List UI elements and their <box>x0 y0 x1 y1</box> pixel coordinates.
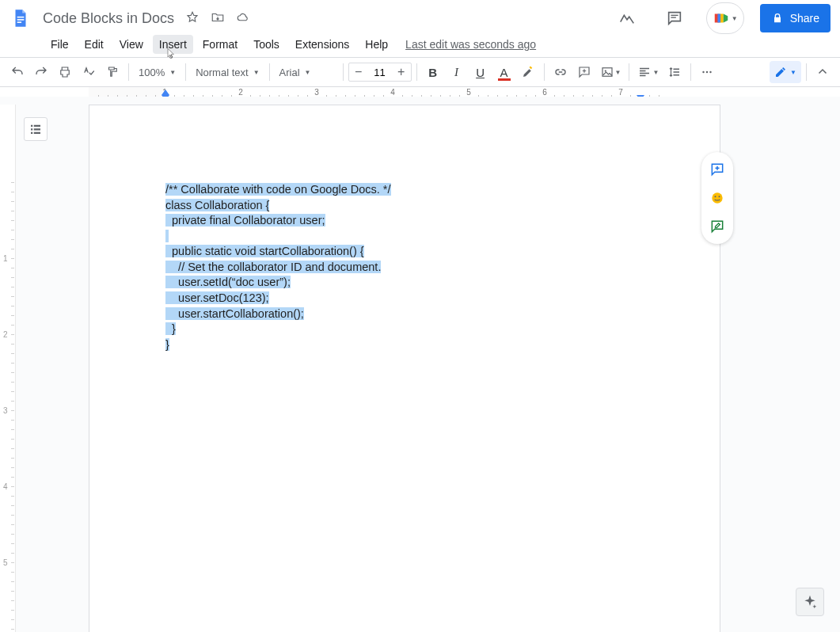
svg-rect-20 <box>34 132 40 134</box>
share-button[interactable]: Share <box>760 4 830 32</box>
ruler-number: 3 <box>314 88 319 97</box>
svg-marker-7 <box>723 14 728 23</box>
document-body[interactable]: /** Collaborate with code on Google Docs… <box>165 182 645 352</box>
font-value: Arial <box>279 67 300 78</box>
document-page[interactable]: /** Collaborate with code on Google Docs… <box>89 105 720 632</box>
doc-title[interactable]: Code Blocks in Docs <box>38 9 179 29</box>
zoom-select[interactable]: 100%▼ <box>134 61 181 83</box>
chevron-down-icon: ▼ <box>253 69 260 76</box>
svg-point-13 <box>706 71 708 73</box>
docs-logo[interactable] <box>10 4 32 32</box>
svg-point-12 <box>703 71 705 73</box>
bold-button[interactable]: B <box>422 61 444 83</box>
style-select[interactable]: Normal text▼ <box>191 61 264 83</box>
font-size-increase[interactable]: + <box>392 63 411 82</box>
share-label: Share <box>790 12 819 25</box>
svg-rect-18 <box>34 128 40 130</box>
line-spacing-button[interactable] <box>663 61 686 83</box>
font-size-control: − + <box>348 63 412 82</box>
redo-button[interactable] <box>30 61 52 83</box>
last-edit-link[interactable]: Last edit was seconds ago <box>405 38 536 51</box>
menu-format[interactable]: Format <box>196 35 244 54</box>
editing-mode-button[interactable]: ▼ <box>770 61 801 83</box>
chevron-down-icon: ▼ <box>169 69 176 76</box>
menu-extensions[interactable]: Extensions <box>289 35 355 54</box>
menu-edit[interactable]: Edit <box>78 35 110 54</box>
vertical-ruler[interactable]: 12345 <box>0 105 16 632</box>
menu-help[interactable]: Help <box>359 35 394 54</box>
doc-line[interactable]: user.setId(“doc user”); <box>165 275 645 291</box>
paint-format-button[interactable] <box>101 61 124 83</box>
doc-line[interactable]: /** Collaborate with code on Google Docs… <box>165 182 645 198</box>
doc-line[interactable]: } <box>165 337 645 353</box>
ruler-number: 6 <box>542 88 547 97</box>
vruler-number: 3 <box>3 406 8 415</box>
doc-line[interactable]: public static void startCollaboration() … <box>165 244 645 260</box>
doc-line[interactable]: private final Collaborator user; <box>165 213 645 229</box>
comments-icon[interactable] <box>659 2 690 34</box>
svg-point-23 <box>719 196 720 197</box>
meet-button[interactable]: ▼ <box>706 2 744 34</box>
more-button[interactable] <box>696 61 718 83</box>
svg-point-22 <box>715 196 716 197</box>
chevron-down-icon: ▼ <box>305 69 311 76</box>
print-button[interactable] <box>54 61 76 83</box>
side-comment-toolbar <box>701 152 733 244</box>
svg-rect-2 <box>17 21 21 23</box>
doc-line[interactable]: user.setDoc(123); <box>165 291 645 306</box>
ruler-number: 2 <box>238 88 243 97</box>
align-button[interactable]: ▼ <box>634 61 662 83</box>
font-select[interactable]: Arial▼ <box>275 61 338 83</box>
svg-rect-19 <box>31 132 32 134</box>
menu-tools[interactable]: Tools <box>247 35 286 54</box>
cursor-icon <box>165 46 177 62</box>
font-size-input[interactable] <box>368 63 392 81</box>
cloud-status-icon[interactable] <box>236 10 250 27</box>
text-color-button[interactable]: A <box>493 61 515 83</box>
doc-line[interactable] <box>165 229 645 245</box>
menu-file[interactable]: File <box>44 35 75 54</box>
activity-icon[interactable] <box>611 2 643 34</box>
doc-line[interactable]: // Set the collaborator ID and document. <box>165 260 645 276</box>
emoji-reaction-button[interactable] <box>705 185 730 211</box>
vruler-number: 5 <box>3 558 8 567</box>
suggest-edits-button[interactable] <box>705 214 730 239</box>
link-button[interactable] <box>549 61 572 83</box>
toolbar: 100%▼ Normal text▼ Arial▼ − + B I U A ▼ … <box>0 57 840 87</box>
add-comment-side-button[interactable] <box>705 157 730 182</box>
chevron-down-icon: ▼ <box>790 69 796 76</box>
outline-toggle-button[interactable] <box>24 117 48 141</box>
svg-rect-0 <box>17 17 25 18</box>
insert-image-button[interactable]: ▼ <box>597 61 625 83</box>
ruler-number: 4 <box>390 88 395 97</box>
style-value: Normal text <box>196 67 248 78</box>
ruler-number: 7 <box>618 88 623 97</box>
svg-point-14 <box>710 71 712 73</box>
spellcheck-button[interactable] <box>78 61 100 83</box>
pencil-icon <box>774 66 787 78</box>
collapse-toolbar-button[interactable] <box>811 61 834 83</box>
move-icon[interactable] <box>211 10 225 27</box>
svg-rect-16 <box>34 125 40 127</box>
star-icon[interactable] <box>185 10 200 27</box>
menu-view[interactable]: View <box>113 35 150 54</box>
svg-rect-1 <box>17 19 25 21</box>
vruler-number: 1 <box>3 254 8 263</box>
doc-line[interactable]: } <box>165 322 645 337</box>
explore-button[interactable] <box>796 588 824 616</box>
vruler-number: 2 <box>3 330 8 339</box>
add-comment-button[interactable] <box>573 61 595 83</box>
svg-rect-17 <box>31 128 32 130</box>
undo-button[interactable] <box>6 61 29 83</box>
font-size-decrease[interactable]: − <box>349 63 368 82</box>
highlight-button[interactable] <box>517 61 539 83</box>
doc-line[interactable]: class Collaboration { <box>165 198 645 214</box>
first-line-indent-marker[interactable] <box>162 89 169 95</box>
doc-line[interactable]: user.startCollaboration(); <box>165 306 645 322</box>
underline-button[interactable]: U <box>469 61 492 83</box>
ruler-number: 5 <box>466 88 471 97</box>
menu-bar: File Edit View Insert Format Tools Exten… <box>0 32 840 57</box>
svg-rect-8 <box>717 14 720 23</box>
vruler-number: 4 <box>3 482 8 491</box>
italic-button[interactable]: I <box>446 61 468 83</box>
